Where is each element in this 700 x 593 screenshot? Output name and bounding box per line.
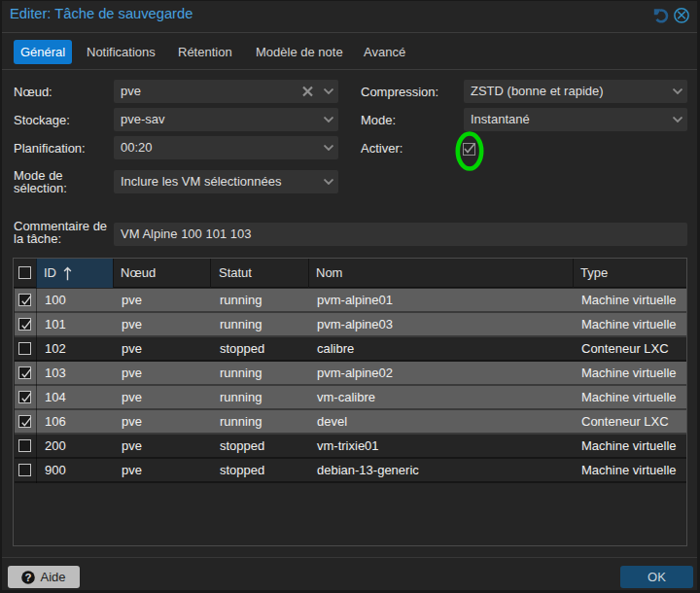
- svg-text:?: ?: [24, 572, 31, 583]
